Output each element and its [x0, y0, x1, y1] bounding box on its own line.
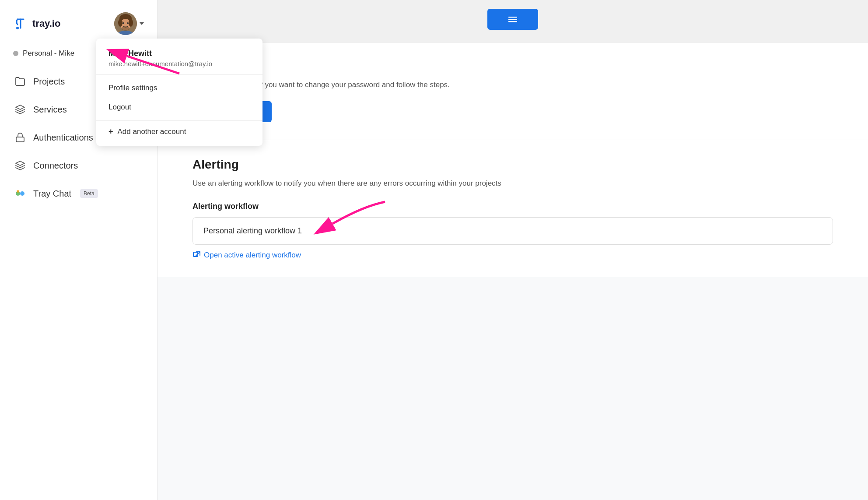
sidebar-item-connectors-label: Connectors [33, 161, 78, 171]
main-content: ssword se the button below if you want t… [158, 0, 868, 500]
add-account-label: Add another account [118, 127, 186, 136]
chat-icon [14, 187, 26, 200]
workflow-box: Personal alerting workflow 1 [192, 217, 833, 245]
avatar [114, 12, 137, 35]
sidebar-item-authentications-label: Authentications [33, 133, 93, 143]
svg-rect-17 [508, 21, 517, 22]
services-icon [14, 103, 26, 116]
top-section [158, 0, 868, 43]
sidebar-item-services-label: Services [33, 105, 67, 115]
logo-text: tray.io [32, 18, 60, 29]
open-workflow-label: Open active alerting workflow [204, 251, 301, 260]
dropdown-user-info: Mike Hewitt mike.hewitt+documentation@tr… [96, 47, 262, 75]
svg-point-0 [16, 27, 19, 29]
user-dropdown: Mike Hewitt mike.hewitt+documentation@tr… [96, 39, 262, 146]
sidebar: tray.io [0, 0, 158, 500]
workspace-dot-icon [13, 51, 18, 56]
password-section: ssword se the button below if you want t… [158, 43, 868, 140]
chevron-down-icon [140, 22, 144, 25]
dropdown-user-name: Mike Hewitt [108, 49, 250, 58]
password-section-desc: se the button below if you want to chang… [192, 79, 833, 91]
tray-logo-icon [13, 16, 29, 32]
avatar-image [114, 12, 137, 35]
workflow-value: Personal alerting workflow 1 [203, 226, 302, 235]
connector-icon [14, 159, 26, 172]
open-active-workflow-link[interactable]: Open active alerting workflow [192, 251, 833, 260]
beta-badge: Beta [80, 189, 98, 198]
lock-icon [14, 131, 26, 144]
svg-point-12 [20, 191, 24, 196]
svg-point-4 [118, 19, 122, 27]
svg-point-13 [17, 190, 19, 193]
dropdown-user-email: mike.hewitt+documentation@tray.io [108, 60, 250, 67]
svg-point-7 [127, 22, 129, 24]
password-section-title: ssword [192, 60, 833, 74]
logout-item[interactable]: Logout [96, 98, 262, 117]
sidebar-item-projects-label: Projects [33, 77, 65, 87]
svg-rect-15 [508, 17, 517, 18]
svg-point-8 [122, 26, 130, 31]
external-link-icon [192, 251, 200, 259]
svg-point-5 [129, 19, 133, 27]
svg-rect-16 [508, 19, 517, 20]
dropdown-menu-items: Profile settings Logout [96, 75, 262, 121]
logo-area: tray.io [13, 16, 60, 32]
plus-icon: + [108, 127, 113, 136]
workspace-label: Personal - Mike [23, 49, 74, 58]
sidebar-item-tray-chat-label: Tray Chat [33, 189, 71, 199]
svg-rect-10 [16, 137, 24, 142]
sidebar-item-tray-chat[interactable]: Tray Chat Beta [7, 180, 150, 208]
sidebar-header: tray.io [0, 0, 157, 44]
alerting-workflow-label: Alerting workflow [192, 202, 833, 211]
sidebar-item-connectors[interactable]: Connectors [7, 151, 150, 180]
add-account-item[interactable]: + Add another account [96, 121, 262, 142]
alerting-desc: Use an alerting workflow to notify you w… [192, 178, 833, 189]
folder-icon [14, 75, 26, 88]
profile-settings-item[interactable]: Profile settings [96, 78, 262, 98]
alerting-title: Alerting [192, 158, 833, 172]
menu-icon [508, 15, 517, 24]
alerting-section: Alerting Use an alerting workflow to not… [158, 140, 868, 278]
avatar-button[interactable] [114, 12, 144, 35]
svg-point-6 [122, 22, 124, 24]
top-action-button[interactable] [487, 9, 538, 30]
